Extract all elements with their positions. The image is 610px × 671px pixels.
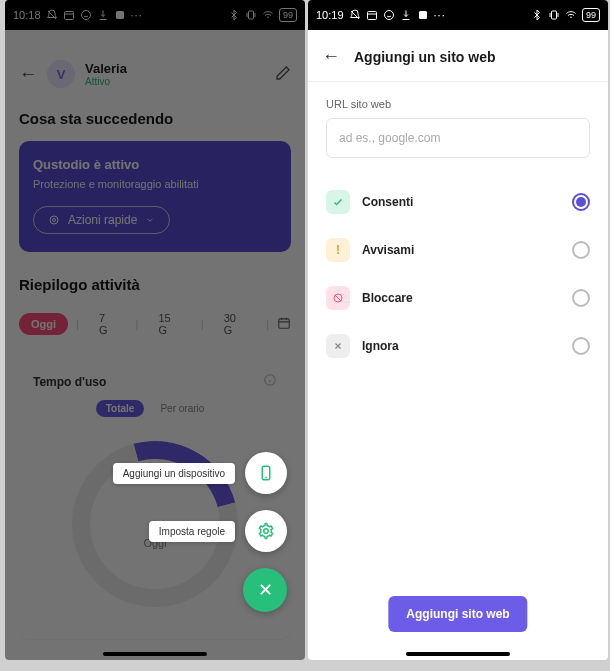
option-block[interactable]: Bloccare	[308, 274, 608, 322]
nav-indicator	[103, 652, 207, 656]
status-time: 10:18	[13, 9, 41, 21]
bluetooth-icon	[531, 9, 543, 21]
battery-icon: 99	[279, 8, 297, 22]
calendar-icon	[63, 9, 75, 21]
left-phone: 10:18 ···	[5, 0, 305, 660]
download-icon	[97, 9, 109, 21]
user-name: Valeria	[85, 61, 127, 76]
option-label: Ignora	[362, 339, 560, 353]
radio[interactable]	[572, 289, 590, 307]
svg-rect-6	[279, 318, 290, 327]
url-input[interactable]	[326, 118, 590, 158]
whats-happening-title: Cosa sta succedendo	[19, 110, 291, 127]
svg-point-11	[384, 11, 393, 20]
app-icon	[417, 9, 429, 21]
back-icon[interactable]: ←	[322, 46, 340, 67]
vibrate-icon	[548, 9, 560, 21]
back-icon[interactable]: ←	[19, 64, 37, 85]
right-phone: 10:19 ··· 99 ← Aggiungi un sito web URL …	[308, 0, 608, 660]
status-bar: 10:18 ···	[5, 0, 305, 30]
download-icon	[400, 9, 412, 21]
status-bar: 10:19 ··· 99	[308, 0, 608, 30]
activity-summary-title: Riepilogo attività	[19, 276, 291, 293]
option-allow[interactable]: Consenti	[308, 178, 608, 226]
range-7d[interactable]: 7 G	[87, 307, 128, 341]
svg-rect-13	[551, 11, 556, 19]
status-card: Qustodio è attivo Protezione e monitorag…	[19, 141, 291, 252]
range-15d[interactable]: 15 G	[146, 307, 192, 341]
user-status: Attivo	[85, 76, 127, 87]
wifi-icon	[262, 9, 274, 21]
calendar-picker-icon[interactable]	[277, 316, 291, 333]
gear-icon	[257, 522, 275, 540]
page-title: Aggiungi un sito web	[354, 49, 496, 65]
edit-icon[interactable]	[275, 65, 291, 84]
more-icon: ···	[131, 9, 143, 21]
ignore-icon	[326, 334, 350, 358]
phone-icon	[257, 464, 275, 482]
range-today[interactable]: Oggi	[19, 313, 68, 335]
fab-set-rules[interactable]	[245, 510, 287, 552]
close-icon: ✕	[258, 579, 273, 601]
svg-rect-12	[419, 11, 427, 19]
date-range-row: Oggi | 7 G | 15 G | 30 G |	[19, 307, 291, 341]
avatar[interactable]: V	[47, 60, 75, 88]
app-icon	[114, 9, 126, 21]
target-icon	[48, 214, 60, 226]
svg-rect-2	[116, 11, 124, 19]
chevron-down-icon	[145, 215, 155, 225]
whatsapp-icon	[383, 9, 395, 21]
range-30d[interactable]: 30 G	[212, 307, 258, 341]
status-time: 10:19	[316, 9, 344, 21]
calendar-icon	[366, 9, 378, 21]
option-alert[interactable]: !Avvisami	[308, 226, 608, 274]
status-card-title: Qustodio è attivo	[33, 157, 277, 172]
option-label: Avvisami	[362, 243, 560, 257]
vibrate-icon	[245, 9, 257, 21]
seg-schedule[interactable]: Per orario	[150, 400, 214, 417]
seg-total[interactable]: Totale	[96, 400, 145, 417]
nav-indicator	[406, 652, 510, 656]
block-icon	[326, 286, 350, 310]
alert-icon: !	[326, 238, 350, 262]
svg-point-1	[81, 11, 90, 20]
bluetooth-icon	[228, 9, 240, 21]
radio[interactable]	[572, 337, 590, 355]
bell-off-icon	[349, 9, 361, 21]
allow-icon	[326, 190, 350, 214]
quick-actions-label: Azioni rapide	[68, 213, 137, 227]
info-icon[interactable]	[263, 373, 277, 390]
option-list: Consenti!AvvisamiBloccareIgnora	[308, 178, 608, 370]
svg-point-4	[50, 216, 58, 224]
option-label: Consenti	[362, 195, 560, 209]
usage-title: Tempo d'uso	[33, 375, 106, 389]
svg-point-5	[53, 219, 56, 222]
radio[interactable]	[572, 241, 590, 259]
url-field-label: URL sito web	[326, 98, 590, 110]
bell-off-icon	[46, 9, 58, 21]
status-card-subtitle: Protezione e monitoraggio abilitati	[33, 178, 277, 190]
wifi-icon	[565, 9, 577, 21]
more-icon: ···	[434, 9, 446, 21]
page-header: ← Aggiungi un sito web	[308, 30, 608, 81]
option-label: Bloccare	[362, 291, 560, 305]
svg-rect-0	[64, 12, 73, 20]
fab-set-rules-label: Imposta regole	[149, 521, 235, 542]
battery-icon: 99	[582, 8, 600, 22]
fab-add-device-label: Aggiungi un dispositivo	[113, 463, 235, 484]
radio[interactable]	[572, 193, 590, 211]
fab-close[interactable]: ✕	[243, 568, 287, 612]
svg-point-9	[264, 529, 269, 534]
whatsapp-icon	[80, 9, 92, 21]
svg-rect-10	[367, 12, 376, 20]
fab-add-device[interactable]	[245, 452, 287, 494]
quick-actions-button[interactable]: Azioni rapide	[33, 206, 170, 234]
add-website-button[interactable]: Aggiungi sito web	[388, 596, 527, 632]
svg-rect-3	[248, 11, 253, 19]
option-ignore[interactable]: Ignora	[308, 322, 608, 370]
